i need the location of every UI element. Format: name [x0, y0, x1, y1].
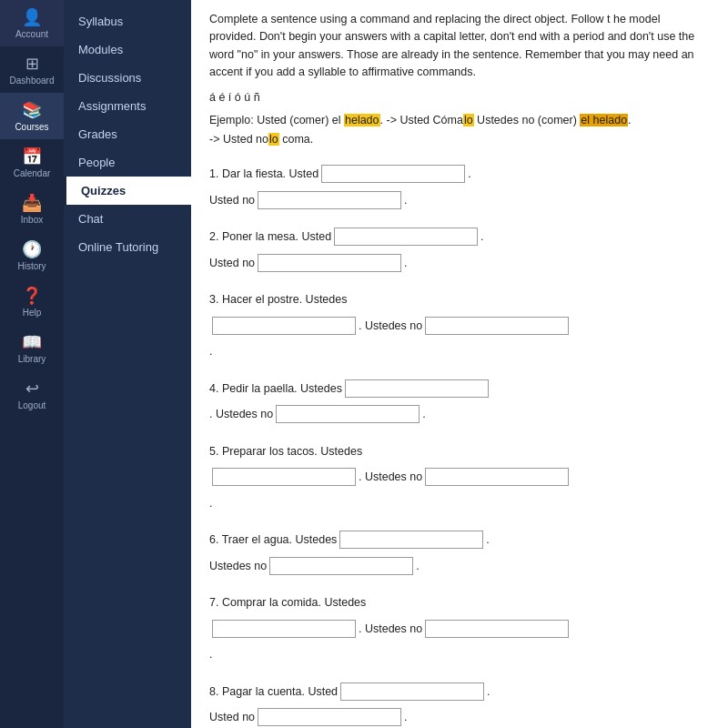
q2-period1: . — [480, 227, 483, 248]
question-3: 3. Hacer el postre. Ustedes . Ustedes no… — [209, 289, 710, 362]
q1-period1: . — [468, 164, 470, 185]
question-2-line2: Usted no . — [209, 253, 710, 274]
question-7-line3: . — [209, 644, 710, 665]
sidebar-item-help[interactable]: ❓ Help — [0, 278, 64, 325]
sidebar-item-library[interactable]: 📖 Library — [0, 325, 64, 371]
question-7-line1: 7. Comprar la comida. Ustedes — [209, 592, 710, 613]
question-4-line1: 4. Pedir la paella. Ustedes — [209, 379, 710, 399]
question-3-line1: 3. Hacer el postre. Ustedes — [209, 289, 710, 310]
ejemplo-text-1: Usted (comer) el — [257, 114, 344, 126]
q7-input1[interactable] — [212, 620, 356, 638]
q3-input2[interactable] — [425, 317, 569, 335]
sidebar-label-inbox: Inbox — [21, 215, 43, 225]
question-8-line1: 8. Pagar la cuenta. Usted . — [209, 682, 710, 703]
ejemplo-text-3: Ustedes no (comer) — [474, 114, 581, 126]
q6-period1: . — [486, 530, 489, 551]
q4-text1: 4. Pedir la paella. Ustedes — [209, 379, 342, 399]
help-icon: ❓ — [22, 286, 42, 306]
q6-input2[interactable] — [269, 557, 413, 575]
q3-input1[interactable] — [212, 317, 356, 335]
question-6: 6. Traer el agua. Ustedes . Ustedes no . — [209, 530, 710, 576]
question-5-line1: 5. Preparar los tacos. Ustedes — [209, 441, 710, 462]
q7-period: . — [209, 644, 212, 665]
subnav-grades[interactable]: Grades — [64, 120, 191, 148]
sidebar-label-dashboard: Dashboard — [10, 76, 55, 86]
main-content: Complete a sentence using a command and … — [191, 0, 728, 728]
q3-period: . — [209, 341, 212, 362]
sidebar-item-calendar[interactable]: 📅 Calendar — [0, 139, 64, 186]
sidebar-item-dashboard[interactable]: ⊞ Dashboard — [0, 46, 64, 93]
ejemplo-highlight-2: lo — [463, 114, 474, 126]
q3-text2: . Ustedes no — [359, 316, 422, 337]
subnav-chat[interactable]: Chat — [64, 205, 191, 233]
account-icon: 👤 — [22, 7, 42, 27]
instructions-text: Complete a sentence using a command and … — [209, 11, 710, 82]
q1-input2[interactable] — [258, 191, 401, 209]
subnav-syllabus[interactable]: Syllabus — [64, 7, 191, 35]
main-sidebar: 👤 Account ⊞ Dashboard 📚 Courses 📅 Calend… — [0, 0, 64, 728]
q6-text2: Ustedes no — [209, 556, 267, 577]
question-6-line1: 6. Traer el agua. Ustedes . — [209, 530, 710, 551]
ejemplo-text-5: -> Usted no — [209, 133, 268, 146]
question-1-line2: Usted no . — [209, 190, 710, 211]
q2-text2: Usted no — [209, 253, 255, 274]
question-2: 2. Poner la mesa. Usted . Usted no . — [209, 227, 710, 273]
q1-text2: Usted no — [209, 190, 255, 211]
q6-input1[interactable] — [339, 531, 483, 549]
ejemplo-label: Ejemplo: — [209, 114, 254, 126]
q8-text2: Usted no — [209, 707, 255, 728]
q2-input2[interactable] — [258, 254, 401, 272]
question-7: 7. Comprar la comida. Ustedes . Ustedes … — [209, 592, 710, 665]
sidebar-label-account: Account — [15, 29, 48, 39]
q2-text1: 2. Poner la mesa. Usted — [209, 227, 331, 248]
subnav-discussions[interactable]: Discussions — [64, 64, 191, 92]
sidebar-item-history[interactable]: 🕐 History — [0, 232, 64, 278]
q1-input1[interactable] — [321, 165, 465, 183]
course-subnav: Syllabus Modules Discussions Assignments… — [64, 0, 191, 728]
subnav-assignments[interactable]: Assignments — [64, 92, 191, 120]
sidebar-label-courses: Courses — [15, 122, 48, 132]
subnav-quizzes[interactable]: Quizzes — [64, 177, 191, 205]
subnav-people[interactable]: People — [64, 148, 191, 177]
q2-input1[interactable] — [334, 228, 478, 246]
q8-input2[interactable] — [258, 708, 401, 726]
subnav-modules[interactable]: Modules — [64, 35, 191, 64]
question-8: 8. Pagar la cuenta. Usted . Usted no . — [209, 682, 710, 728]
ejemplo-highlight-4: lo — [268, 133, 279, 146]
inbox-icon: 📥 — [22, 193, 42, 213]
calendar-icon: 📅 — [22, 147, 42, 167]
sidebar-item-courses[interactable]: 📚 Courses — [0, 93, 64, 139]
question-1: 1. Dar la fiesta. Usted . Usted no . — [209, 164, 710, 210]
question-5-line2: . Ustedes no — [209, 467, 710, 488]
q4-input1[interactable] — [345, 379, 489, 398]
q5-text1: 5. Preparar los tacos. Ustedes — [209, 441, 362, 462]
ejemplo-highlight-1: helado — [344, 114, 380, 126]
question-3-line3: . — [209, 341, 710, 362]
q4-period: . — [422, 404, 425, 425]
library-icon: 📖 — [22, 332, 42, 352]
subnav-online-tutoring[interactable]: Online Tutoring — [64, 233, 191, 261]
sidebar-item-inbox[interactable]: 📥 Inbox — [0, 186, 64, 232]
question-7-line2: . Ustedes no — [209, 619, 710, 640]
q8-period2: . — [404, 707, 407, 728]
q5-input1[interactable] — [212, 468, 356, 486]
sidebar-item-logout[interactable]: ↩ Logout — [0, 371, 64, 418]
question-4-line2: . Ustedes no . — [209, 404, 710, 425]
q7-input2[interactable] — [425, 620, 569, 638]
q2-period2: . — [404, 253, 407, 274]
history-icon: 🕐 — [22, 239, 42, 259]
question-5: 5. Preparar los tacos. Ustedes . Ustedes… — [209, 441, 710, 514]
question-3-line2: . Ustedes no — [209, 316, 710, 337]
question-5-line3: . — [209, 493, 710, 514]
dashboard-icon: ⊞ — [25, 54, 39, 74]
question-1-line1: 1. Dar la fiesta. Usted . — [209, 164, 710, 185]
accent-chars: á é í ó ú ñ — [209, 91, 710, 104]
q8-input1[interactable] — [340, 682, 484, 701]
sidebar-item-account[interactable]: 👤 Account — [0, 0, 64, 46]
q7-text1: 7. Comprar la comida. Ustedes — [209, 592, 366, 613]
q4-input2[interactable] — [276, 405, 420, 423]
q3-text1: 3. Hacer el postre. Ustedes — [209, 289, 347, 310]
sidebar-label-help: Help — [23, 308, 42, 318]
sidebar-label-logout: Logout — [18, 400, 46, 410]
q5-input2[interactable] — [425, 468, 569, 486]
